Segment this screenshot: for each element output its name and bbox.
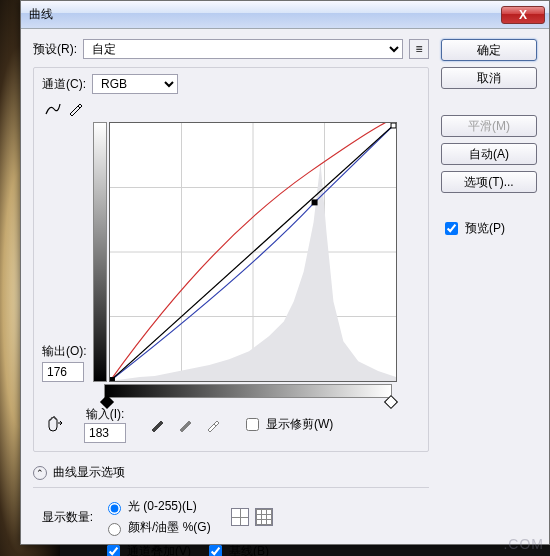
light-radio[interactable]: 光 (0-255)(L) xyxy=(103,498,211,515)
grid-coarse-icon[interactable] xyxy=(231,508,249,526)
preview-checkbox[interactable]: 预览(P) xyxy=(441,219,537,238)
curves-dialog: 曲线 X 预设(R): 自定 ≡ 通道(C): RGB xyxy=(20,0,550,545)
gray-eyedropper-icon[interactable] xyxy=(176,416,194,434)
auto-button[interactable]: 自动(A) xyxy=(441,143,537,165)
smooth-button: 平滑(M) xyxy=(441,115,537,137)
options-button[interactable]: 选项(T)... xyxy=(441,171,537,193)
pencil-tool-icon[interactable] xyxy=(66,100,84,118)
channel-label: 通道(C): xyxy=(42,76,86,93)
titlebar[interactable]: 曲线 X xyxy=(21,1,549,29)
input-input[interactable] xyxy=(84,423,126,443)
white-eyedropper-icon[interactable] xyxy=(204,416,222,434)
amount-label: 显示数量: xyxy=(33,509,93,526)
grid-fine-icon[interactable] xyxy=(255,508,273,526)
display-options-toggle[interactable]: ⌃ 曲线显示选项 xyxy=(33,464,429,481)
svg-rect-8 xyxy=(311,199,317,205)
cancel-button[interactable]: 取消 xyxy=(441,67,537,89)
preset-select[interactable]: 自定 xyxy=(83,39,403,59)
preset-menu-button[interactable]: ≡ xyxy=(409,39,429,59)
input-label: 输入(I): xyxy=(86,406,125,423)
collapse-arrow-icon: ⌃ xyxy=(33,466,47,480)
ok-button[interactable]: 确定 xyxy=(441,39,537,61)
pigment-radio[interactable]: 颜料/油墨 %(G) xyxy=(103,519,211,536)
output-label: 输出(O): xyxy=(42,343,87,360)
divider xyxy=(33,487,429,488)
watermark: .COM xyxy=(503,536,544,552)
preset-label: 预设(R): xyxy=(33,41,77,58)
black-eyedropper-icon[interactable] xyxy=(148,416,166,434)
x-gradient[interactable] xyxy=(104,384,392,398)
svg-rect-10 xyxy=(391,123,396,128)
y-gradient xyxy=(93,122,107,382)
show-clipping-checkbox[interactable]: 显示修剪(W) xyxy=(242,415,333,434)
svg-rect-9 xyxy=(110,377,115,381)
dialog-title: 曲线 xyxy=(29,6,501,23)
overlay-checkbox[interactable]: 通道叠加(V) xyxy=(103,542,191,556)
curve-tool-icon[interactable] xyxy=(44,100,62,118)
output-input[interactable] xyxy=(42,362,84,382)
hand-tool-icon[interactable] xyxy=(42,413,66,437)
baseline-checkbox[interactable]: 基线(B) xyxy=(205,542,282,556)
curve-graph[interactable] xyxy=(109,122,397,382)
menu-icon: ≡ xyxy=(415,42,422,56)
close-button[interactable]: X xyxy=(501,6,545,24)
channel-select[interactable]: RGB xyxy=(92,74,178,94)
